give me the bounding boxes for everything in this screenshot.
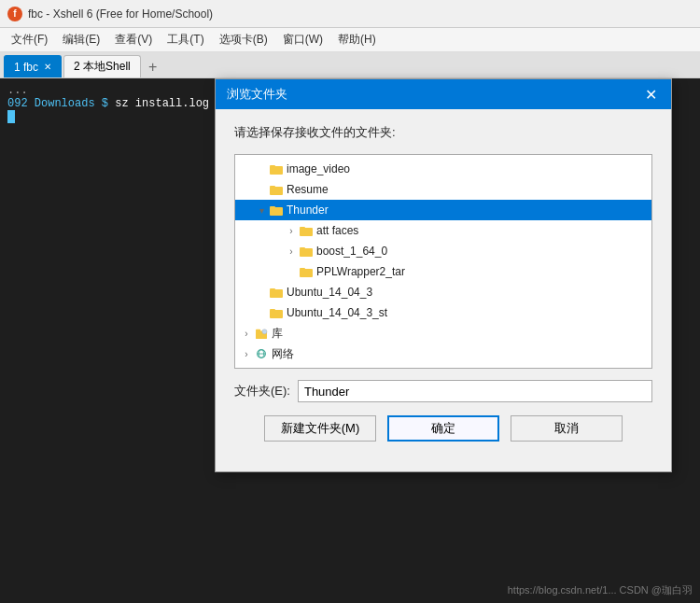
svg-rect-12 <box>270 289 283 298</box>
label-ubuntu1: Ubuntu_14_04_3 <box>287 286 372 299</box>
svg-rect-9 <box>300 247 305 249</box>
label-resume: Resume <box>287 183 329 196</box>
title-bar: f fbc - Xshell 6 (Free for Home/School) <box>0 0 700 28</box>
tree-item-thunder[interactable]: Thunder <box>235 200 651 220</box>
menu-tabs[interactable]: 选项卡(B) <box>212 30 275 49</box>
dialog-title-bar: 浏览文件夹 ✕ <box>216 79 671 109</box>
cancel-button[interactable]: 取消 <box>511 415 623 442</box>
app-icon: f <box>7 7 22 21</box>
tab-bar: 1 fbc ✕ 2 本地Shell + <box>0 52 700 78</box>
menu-tools[interactable]: 工具(T) <box>160 30 211 49</box>
svg-rect-2 <box>270 187 283 195</box>
window-title: fbc - Xshell 6 (Free for Home/School) <box>28 7 213 21</box>
svg-rect-0 <box>270 166 283 175</box>
expand-boost[interactable] <box>284 246 299 257</box>
expand-network[interactable] <box>239 349 254 359</box>
folder-icon-thunder <box>269 203 284 217</box>
svg-rect-10 <box>300 269 313 277</box>
tab-fbc-close[interactable]: ✕ <box>44 62 51 72</box>
dialog-button-row: 新建文件夹(M) 确定 取消 <box>234 415 652 456</box>
svg-rect-15 <box>270 309 275 311</box>
dialog-instruction: 请选择保存接收文件的文件夹: <box>234 124 652 141</box>
svg-point-18 <box>262 330 267 334</box>
expand-library[interactable] <box>239 329 254 339</box>
label-att-faces: att faces <box>316 224 358 237</box>
menu-bar: 文件(F) 编辑(E) 查看(V) 工具(T) 选项卡(B) 窗口(W) 帮助(… <box>0 28 700 52</box>
folder-label: 文件夹(E): <box>234 383 290 400</box>
menu-view[interactable]: 查看(V) <box>107 30 160 49</box>
folder-icon-att-faces <box>299 224 314 237</box>
svg-rect-4 <box>270 207 283 216</box>
network-icon <box>254 347 269 360</box>
tree-item-pplwrapper[interactable]: PPLWrapper2_tar <box>235 261 651 282</box>
new-folder-button[interactable]: 新建文件夹(M) <box>264 415 376 442</box>
svg-rect-7 <box>300 227 305 229</box>
file-tree-container[interactable]: image_video Resume Thunder <box>234 154 652 369</box>
tree-item-att-faces[interactable]: att faces <box>235 220 651 241</box>
svg-rect-1 <box>270 165 275 167</box>
dialog-body: 请选择保存接收文件的文件夹: image_video <box>216 109 671 471</box>
menu-help[interactable]: 帮助(H) <box>330 30 384 49</box>
svg-rect-8 <box>300 248 313 257</box>
tree-item-resume[interactable]: Resume <box>235 179 651 200</box>
folder-icon-resume <box>269 183 284 196</box>
folder-input[interactable] <box>298 380 652 402</box>
folder-icon-boost <box>299 245 314 258</box>
folder-icon-pplwrapper <box>299 265 314 278</box>
browse-folder-dialog: 浏览文件夹 ✕ 请选择保存接收文件的文件夹: image_video <box>215 78 672 472</box>
tab-add-button[interactable]: + <box>143 57 163 77</box>
tree-item-ubuntu2[interactable]: Ubuntu_14_04_3_st <box>235 302 651 323</box>
tree-item-image-video[interactable]: image_video <box>235 159 651 179</box>
svg-rect-3 <box>270 186 275 188</box>
tree-item-network[interactable]: 网络 <box>235 344 651 364</box>
svg-rect-17 <box>256 330 260 332</box>
folder-icon-image-video <box>269 162 284 175</box>
file-tree: image_video Resume Thunder <box>235 155 651 368</box>
library-icon <box>254 327 269 340</box>
tree-item-boost[interactable]: boost_1_64_0 <box>235 241 651 261</box>
svg-rect-11 <box>300 268 305 270</box>
folder-icon-ubuntu1 <box>269 286 284 299</box>
svg-rect-13 <box>270 288 275 290</box>
label-image-video: image_video <box>287 162 350 175</box>
label-pplwrapper: PPLWrapper2_tar <box>316 265 405 278</box>
tree-item-ubuntu1[interactable]: Ubuntu_14_04_3 <box>235 282 651 302</box>
expand-thunder[interactable] <box>254 205 269 216</box>
menu-window[interactable]: 窗口(W) <box>275 30 330 49</box>
svg-rect-14 <box>270 310 283 318</box>
tree-item-library[interactable]: 库 <box>235 323 651 344</box>
folder-icon-ubuntu2 <box>269 306 284 319</box>
svg-rect-6 <box>300 228 313 236</box>
tab-local-shell[interactable]: 2 本地Shell <box>63 55 141 77</box>
expand-att-faces[interactable] <box>284 226 299 236</box>
folder-input-row: 文件夹(E): <box>234 380 652 402</box>
dialog-title-text: 浏览文件夹 <box>227 86 287 103</box>
label-library: 库 <box>272 326 283 342</box>
tab-fbc[interactable]: 1 fbc ✕ <box>4 55 62 77</box>
ok-button[interactable]: 确定 <box>387 415 499 442</box>
svg-rect-5 <box>270 206 275 208</box>
dialog-close-button[interactable]: ✕ <box>641 85 660 104</box>
menu-file[interactable]: 文件(F) <box>4 30 55 49</box>
label-thunder: Thunder <box>287 203 329 217</box>
label-boost: boost_1_64_0 <box>316 245 387 258</box>
menu-edit[interactable]: 编辑(E) <box>55 30 107 49</box>
label-network: 网络 <box>272 346 294 362</box>
watermark: https://blog.csdn.net/1... CSDN @珈白羽 <box>508 583 693 597</box>
label-ubuntu2: Ubuntu_14_04_3_st <box>287 306 387 319</box>
